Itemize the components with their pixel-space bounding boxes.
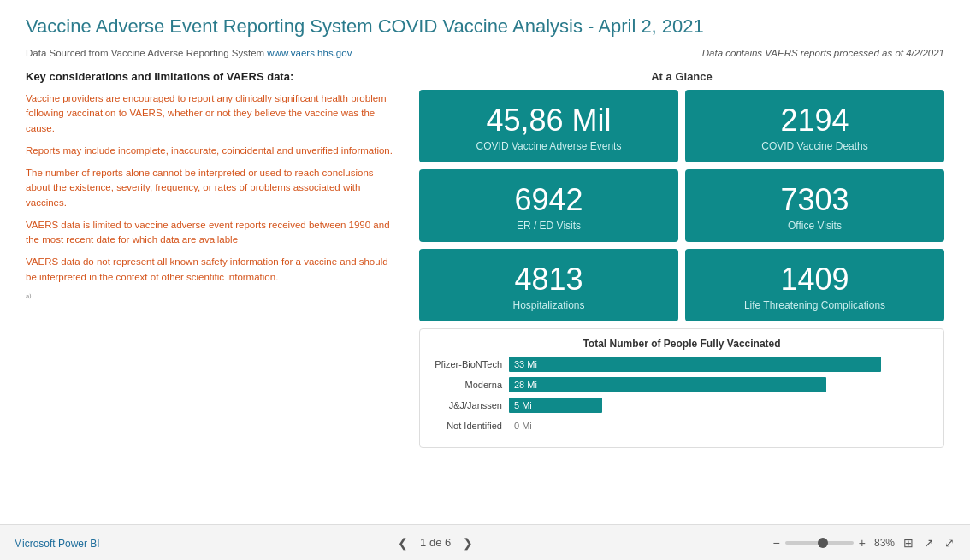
stat-card-office-visits: 7303 Office Visits: [685, 169, 944, 242]
prev-page-button[interactable]: ❮: [393, 534, 413, 551]
left-panel: Key considerations and limitations of VA…: [26, 70, 393, 516]
stat-number-er-visits: 6942: [514, 183, 583, 217]
limitation-para-4: VAERS data is limited to vaccine adverse…: [26, 218, 393, 248]
limitation-para-5: VAERS data do not represent all known sa…: [26, 255, 393, 285]
stat-label-deaths: COVID Vaccine Deaths: [761, 140, 868, 152]
stat-label-office-visits: Office Visits: [788, 220, 842, 232]
zoom-slider-thumb: [818, 538, 828, 548]
source-row: Data Sourced from Vaccine Adverse Report…: [26, 48, 944, 58]
bar-label-moderna: Moderna: [432, 380, 509, 390]
bar-fill-moderna: 28 Mi: [509, 377, 826, 392]
source-prefix: Data Sourced from Vaccine Adverse Report…: [26, 48, 267, 58]
stat-card-deaths: 2194 COVID Vaccine Deaths: [685, 90, 944, 162]
zoom-controls: − + 83%: [772, 534, 895, 551]
bar-row-jj: J&J/Janssen 5 Mi: [432, 398, 932, 413]
share-button[interactable]: ↗: [922, 534, 936, 551]
bar-container-pfizer: 33 Mi: [509, 357, 932, 372]
stat-number-office-visits: 7303: [780, 183, 849, 217]
stat-label-hospitalizations: Hospitalizations: [512, 299, 584, 311]
bar-container-jj: 5 Mi: [509, 398, 932, 413]
vaccinated-chart: Total Number of People Fully Vaccinated …: [419, 328, 944, 448]
limitations-heading: Key considerations and limitations of VA…: [26, 70, 393, 83]
limitation-para-1: Vaccine providers are encouraged to repo…: [26, 91, 393, 136]
footer-center: ❮ 1 de 6 ❯: [393, 534, 478, 551]
stat-card-hospitalizations: 4813 Hospitalizations: [419, 249, 678, 321]
source-left: Data Sourced from Vaccine Adverse Report…: [26, 48, 352, 58]
vaers-link[interactable]: www.vaers.hhs.gov: [267, 48, 352, 58]
zoom-out-button[interactable]: −: [772, 534, 782, 551]
stat-number-complications: 1409: [780, 262, 849, 297]
stat-card-complications: 1409 Life Threatening Complications: [685, 249, 944, 321]
limitation-para-2: Reports may include incomplete, inaccura…: [26, 144, 393, 158]
stat-number-adverse-events: 45,86 Mil: [486, 103, 611, 138]
powerbi-link[interactable]: Microsoft Power BI: [14, 538, 100, 550]
stat-label-er-visits: ER / ED Visits: [517, 220, 581, 232]
bar-container-moderna: 28 Mi: [509, 377, 932, 392]
zoom-slider[interactable]: [785, 541, 854, 545]
fullscreen-button[interactable]: ⤢: [943, 534, 956, 551]
bar-container-not-identified: 0 Mi: [509, 418, 932, 433]
page-title: Vaccine Adverse Event Reporting System C…: [26, 15, 944, 38]
zoom-percentage: 83%: [874, 537, 895, 549]
footnote: ᵃ⁾: [26, 292, 393, 304]
bar-label-pfizer: Pfizer-BioNTech: [432, 359, 509, 369]
fit-page-button[interactable]: ⊞: [902, 534, 915, 551]
bar-row-not-identified: Not Identified 0 Mi: [432, 418, 932, 433]
stat-card-adverse-events: 45,86 Mil COVID Vaccine Adverse Events: [419, 90, 678, 162]
footer-left[interactable]: Microsoft Power BI: [14, 535, 100, 551]
bar-row-moderna: Moderna 28 Mi: [432, 377, 932, 392]
bar-fill-not-identified: 0 Mi: [509, 418, 543, 433]
next-page-button[interactable]: ❯: [458, 534, 478, 551]
chart-title: Total Number of People Fully Vaccinated: [432, 338, 932, 350]
page-info: 1 de 6: [420, 536, 451, 549]
bar-row-pfizer: Pfizer-BioNTech 33 Mi: [432, 357, 932, 372]
footer: Microsoft Power BI ❮ 1 de 6 ❯ − + 83% ⊞ …: [0, 524, 970, 560]
stat-card-er-visits: 6942 ER / ED Visits: [419, 169, 678, 242]
right-panel: At a Glance 45,86 Mil COVID Vaccine Adve…: [419, 70, 944, 516]
stat-label-complications: Life Threatening Complications: [744, 299, 885, 311]
at-a-glance-title: At a Glance: [419, 70, 944, 83]
stat-grid: 45,86 Mil COVID Vaccine Adverse Events 2…: [419, 90, 944, 321]
bar-fill-jj: 5 Mi: [509, 398, 602, 413]
stat-label-adverse-events: COVID Vaccine Adverse Events: [476, 140, 622, 152]
zoom-in-button[interactable]: +: [857, 534, 867, 551]
footer-right: − + 83% ⊞ ↗ ⤢: [772, 534, 956, 551]
limitation-para-3: The number of reports alone cannot be in…: [26, 166, 393, 210]
bar-label-jj: J&J/Janssen: [432, 400, 509, 410]
stat-number-deaths: 2194: [780, 103, 849, 138]
bar-fill-pfizer: 33 Mi: [509, 357, 881, 372]
stat-number-hospitalizations: 4813: [514, 262, 583, 297]
bar-label-not-identified: Not Identified: [432, 421, 509, 431]
source-note: Data contains VAERS reports processed as…: [702, 48, 944, 58]
